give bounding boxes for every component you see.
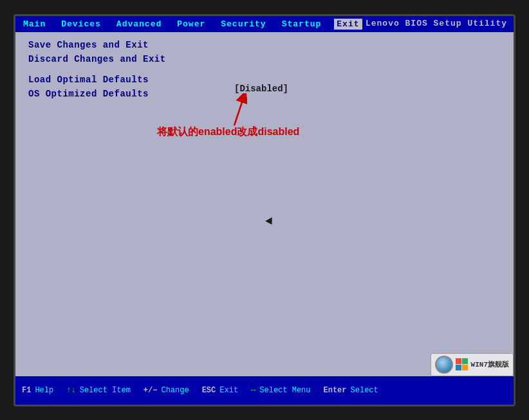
annotation-text: 将默认的enabled改成disabled <box>157 125 299 139</box>
menu-bar: Main Devices Advanced Power Security Sta… <box>15 16 514 32</box>
os-defaults-value: [Disabled] <box>234 84 288 94</box>
updown-arrows: ↑↓ <box>66 386 75 395</box>
f1-key: F1 <box>22 386 31 395</box>
win7-flag-icon <box>456 358 469 371</box>
esc-key: ESC <box>202 386 216 395</box>
tab-main[interactable]: Main <box>21 19 48 30</box>
esc-value: Exit <box>219 386 238 395</box>
globe-icon <box>435 356 453 374</box>
status-f1: F1 Help <box>22 386 53 395</box>
plusminus-value: Change <box>161 386 189 395</box>
enter-key: Enter <box>324 386 347 395</box>
leftright-value: Select Menu <box>259 386 310 395</box>
win7-watermark: WIN7旗舰版 <box>431 353 514 376</box>
bios-screen: Main Devices Advanced Power Security Sta… <box>15 16 514 405</box>
tab-security[interactable]: Security <box>218 19 268 30</box>
status-updown: ↑↓ Select Item <box>66 386 131 395</box>
save-and-exit-item[interactable]: Save Changes and Exit <box>28 40 501 50</box>
annotation-arrow <box>196 93 247 129</box>
enter-value: Select <box>351 386 378 395</box>
status-enter: Enter Select <box>324 386 378 395</box>
status-esc: ESC Exit <box>202 386 238 395</box>
leftright-arrows: ↔ <box>251 386 255 395</box>
annotation-container <box>196 93 247 129</box>
content-area: Save Changes and Exit Discard Changes an… <box>15 32 514 376</box>
tab-devices[interactable]: Devices <box>59 19 104 30</box>
monitor-frame: Main Devices Advanced Power Security Sta… <box>14 14 515 406</box>
discard-and-exit-item[interactable]: Discard Changes and Exit <box>28 54 501 64</box>
tab-power[interactable]: Power <box>174 19 208 30</box>
tab-advanced[interactable]: Advanced <box>114 19 164 30</box>
menu-tabs: Main Devices Advanced Power Security Sta… <box>21 19 362 30</box>
plusminus-key: +/− <box>144 386 158 395</box>
status-bar: F1 Help ↑↓ Select Item +/− Change ESC Ex… <box>15 376 514 405</box>
f1-value: Help <box>35 386 53 395</box>
win7-label: WIN7旗舰版 <box>471 360 509 369</box>
exit-options-group: Save Changes and Exit Discard Changes an… <box>28 40 501 64</box>
status-leftright: ↔ Select Menu <box>251 386 310 395</box>
bios-title: Lenovo BIOS Setup Utility <box>366 19 507 28</box>
tab-startup[interactable]: Startup <box>279 19 324 30</box>
mouse-cursor <box>265 217 275 226</box>
tab-exit[interactable]: Exit <box>334 19 362 30</box>
status-plusminus: +/− Change <box>144 386 189 395</box>
updown-value: Select Item <box>80 386 131 395</box>
svg-line-0 <box>234 96 244 125</box>
